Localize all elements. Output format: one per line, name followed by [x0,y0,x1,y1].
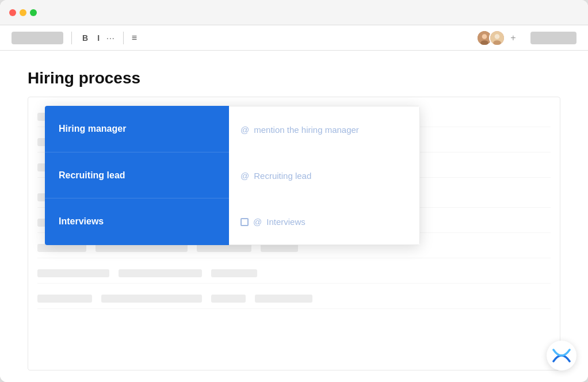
toolbar-divider-1 [71,32,72,44]
hiring-manager-row-right[interactable]: @ mention the hiring manager [229,106,419,152]
confluence-logo [547,341,576,370]
interviews-label: Interviews [45,198,229,244]
hiring-manager-label: Hiring manager [45,106,229,152]
recruiting-lead-row-left[interactable]: Recruiting lead [45,152,229,198]
interviews-row-left[interactable]: Interviews [45,198,229,244]
interviews-row-right[interactable]: @ Interviews [229,198,419,245]
editor-toolbar: B I ··· ≡ + [0,25,588,51]
minimize-button[interactable] [20,9,26,16]
at-symbol-3: @ [253,217,262,227]
italic-button[interactable]: I [95,32,102,44]
at-symbol-1: @ [240,125,249,135]
title-bar [0,0,588,25]
recruiting-lead-row-right[interactable]: @ Recruiting lead [229,152,419,198]
style-dropdown[interactable] [12,32,63,44]
main-content: Hiring process [0,51,588,382]
mention-inputs-column: @ mention the hiring manager @ Recruitin… [229,106,420,245]
share-button[interactable] [530,32,576,44]
hiring-manager-input[interactable]: @ mention the hiring manager [229,106,419,152]
page-title: Hiring process [28,69,560,87]
add-collaborator-button[interactable]: + [507,32,519,44]
recruiting-lead-placeholder: Recruiting lead [254,171,311,181]
recruiting-lead-label: Recruiting lead [45,152,229,198]
svg-point-1 [482,34,487,39]
align-button[interactable]: ≡ [132,33,137,43]
checkbox-icon[interactable] [240,218,249,226]
app-window: B I ··· ≡ + [0,0,588,382]
at-symbol-2: @ [240,171,249,181]
hiring-manager-placeholder: mention the hiring manager [254,125,359,135]
maximize-button[interactable] [30,9,37,16]
hiring-manager-row-left[interactable]: Hiring manager [45,106,229,152]
svg-point-4 [495,34,500,39]
svg-point-2 [480,40,488,45]
mention-labels-column: Hiring manager Recruiting lead Interview… [45,106,229,245]
confluence-x-icon [552,347,571,364]
avatar-user-2 [489,30,505,46]
mention-table: Hiring manager Recruiting lead Interview… [45,106,420,245]
collaborator-avatars: + [476,30,519,46]
more-formatting-button[interactable]: ··· [106,33,115,43]
svg-point-5 [493,40,501,45]
traffic-lights [9,9,37,16]
toolbar-divider-2 [123,32,124,44]
interviews-placeholder: Interviews [266,217,306,227]
recruiting-lead-input[interactable]: @ Recruiting lead [229,153,419,198]
interviews-input[interactable]: @ Interviews [229,199,419,245]
close-button[interactable] [9,9,16,16]
bold-button[interactable]: B [80,32,90,44]
